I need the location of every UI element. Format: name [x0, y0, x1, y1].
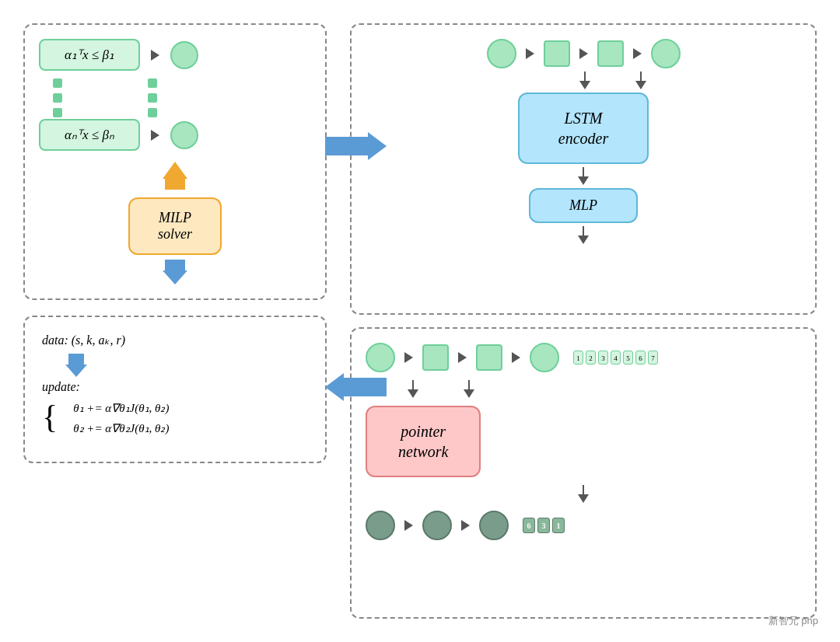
- constraint-row-1: α₁ᵀx ≤ β₁: [39, 39, 311, 71]
- dot-sq: [148, 108, 157, 117]
- ptr-arr-1: [404, 352, 413, 363]
- enc-sq-2: [597, 40, 624, 67]
- pointer-network-block: pointer network: [366, 406, 481, 477]
- dot-sq: [53, 108, 62, 117]
- circle-node-1: [170, 41, 198, 69]
- badge-2: 2: [586, 351, 596, 365]
- arrow-down-body: [165, 260, 185, 270]
- data-line: data: (s, k, aₖ, r): [42, 333, 308, 347]
- mlp-block: MLP: [529, 188, 638, 223]
- ptr-circle-1: [366, 343, 395, 372]
- pointer-text-2: network: [398, 443, 448, 460]
- ptr-vert-1: [408, 380, 418, 398]
- constraint-label-1: α₁ᵀx ≤ β₁: [39, 39, 140, 71]
- badge-3: 3: [598, 351, 608, 365]
- badge-1: 1: [573, 351, 583, 365]
- data-arrow-head: [65, 365, 87, 377]
- milp-area: MILP solver: [39, 197, 311, 255]
- vert-arr-2: [635, 72, 646, 89]
- arrow-body: [325, 137, 368, 155]
- mlp-text: MLP: [569, 197, 597, 213]
- big-arrow-left-bottom: [325, 373, 387, 401]
- badges-top-group: 1 2 3 4 5 6 7: [573, 351, 658, 365]
- dot-sq: [148, 93, 157, 103]
- enc-circle-1: [487, 39, 516, 68]
- circle-node-2: [170, 121, 198, 149]
- data-text: data: (s, k, aₖ, r): [42, 333, 125, 347]
- vert-dots-right: [148, 79, 157, 117]
- vert-dots-area: [39, 79, 311, 117]
- main-canvas: α₁ᵀx ≤ β₁: [0, 0, 840, 642]
- encoder-box: LSTM encoder MLP: [350, 23, 817, 315]
- ptr-arr-3: [512, 352, 520, 363]
- vert-arr-1: [579, 72, 590, 89]
- dot-sq: [53, 79, 62, 88]
- eq2: θ₂ += α∇θ₂J(θ₁, θ₂): [73, 419, 169, 439]
- lstm-text-1: LSTM: [565, 110, 603, 127]
- vert-dots-left: [53, 79, 62, 117]
- equations: θ₁ += α∇θ₁J(θ₁, θ₂) θ₂ += α∇θ₂J(θ₁, θ₂): [62, 399, 169, 438]
- pointer-input-row: 1 2 3 4 5 6 7: [366, 343, 658, 372]
- ptr-vert-2: [464, 380, 474, 398]
- badge-b1: 6: [523, 518, 535, 533]
- out-arr-1: [404, 520, 413, 531]
- big-arrow-right-top: [325, 132, 387, 160]
- dot-sq: [148, 79, 157, 88]
- constraint-label-2: αₙᵀx ≤ βₙ: [39, 119, 140, 151]
- pointer-output-row: 6 3 1: [366, 511, 565, 540]
- vert-arrows-down: [579, 72, 646, 89]
- dot-sq: [53, 93, 62, 103]
- out-arr-2: [461, 520, 470, 531]
- pointer-inner: 1 2 3 4 5 6 7: [366, 343, 801, 540]
- badge-7: 7: [648, 351, 658, 365]
- left-column: α₁ᵀx ≤ β₁: [23, 23, 327, 619]
- arrow-head: [368, 132, 387, 160]
- ptr-sq-2: [476, 344, 502, 371]
- enc-arrow-3: [633, 48, 642, 59]
- out-circle-3: [479, 511, 509, 540]
- badges-top-row: 1 2 3 4 5 6 7: [573, 351, 658, 365]
- right-column: LSTM encoder MLP: [350, 23, 817, 619]
- arrow-body-left: [344, 378, 387, 396]
- pointer-text-1: pointer: [401, 423, 446, 440]
- ptr-circle-2: [530, 343, 559, 372]
- milp-line2: solver: [158, 226, 192, 242]
- update-line: update:: [42, 380, 308, 394]
- ptr-arr-2: [458, 352, 467, 363]
- enc-circle-2: [651, 39, 681, 68]
- badge-b2: 3: [537, 518, 550, 533]
- badge-6: 6: [635, 351, 646, 365]
- eq1: θ₁ += α∇θ₁J(θ₁, θ₂): [73, 399, 169, 419]
- arrow-ptr-down: [578, 485, 589, 503]
- badge-4: 4: [611, 351, 621, 365]
- badge-b3: 1: [552, 518, 565, 533]
- brace-symbol: {: [42, 400, 58, 433]
- constraints-milp-box: α₁ᵀx ≤ β₁: [23, 23, 327, 300]
- arrow-head-left: [325, 373, 344, 401]
- arrow-up-body: [165, 179, 185, 190]
- badges-bottom-row: 6 3 1: [523, 518, 565, 533]
- lstm-block: LSTM encoder: [518, 92, 649, 164]
- ptr-vert-arrows: [408, 380, 474, 398]
- ptr-sq-1: [422, 344, 449, 371]
- arrow-down-head: [163, 270, 187, 284]
- badge-5: 5: [623, 351, 633, 365]
- arrow-lstm-mlp: [578, 167, 589, 185]
- watermark: 新智元 php: [768, 614, 818, 628]
- data-update-box: data: (s, k, aₖ, r) update: { θ₁ += α∇θ₁…: [23, 316, 327, 463]
- enc-sq-1: [544, 40, 570, 67]
- milp-box: MILP solver: [128, 197, 222, 255]
- arrow-up-to-milp: [163, 162, 187, 179]
- data-arrow-body: [68, 354, 84, 365]
- pointer-box: 1 2 3 4 5 6 7: [350, 327, 817, 619]
- lstm-text-2: encoder: [558, 130, 608, 147]
- pointer-left-section: 1 2 3 4 5 6 7: [366, 343, 801, 540]
- encoder-node-row-top: [487, 39, 681, 68]
- brace-group: { θ₁ += α∇θ₁J(θ₁, θ₂) θ₂ += α∇θ₂J(θ₁, θ₂…: [42, 399, 308, 438]
- milp-line1: MILP: [159, 210, 191, 225]
- out-circle-2: [422, 511, 452, 540]
- arrow-right-2: [151, 130, 159, 141]
- enc-arrow-2: [579, 48, 588, 59]
- arrow-right-1: [151, 50, 159, 61]
- arrow-mlp-down: [578, 226, 589, 244]
